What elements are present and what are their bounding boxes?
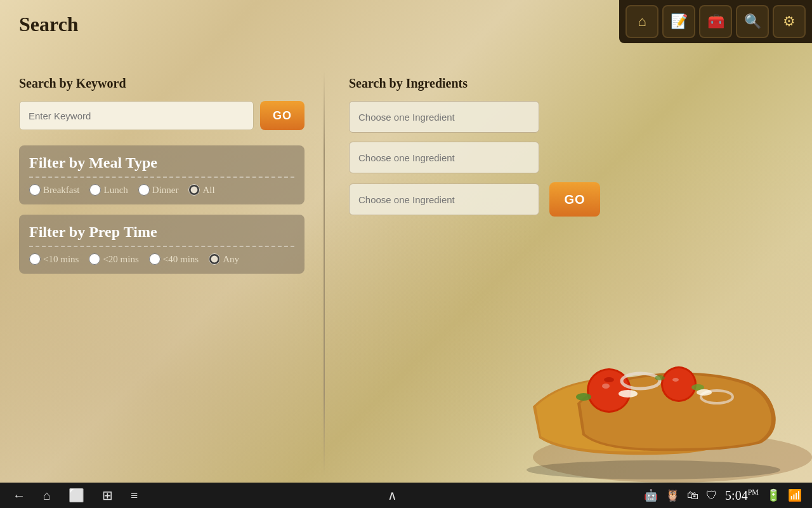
meal-type-lunch[interactable]: Lunch (89, 184, 128, 196)
keyword-section-title: Search by Keyword (19, 76, 304, 91)
status-bar-center: ∧ (385, 485, 400, 505)
radio-20mins[interactable] (89, 253, 100, 265)
radio-lunch[interactable] (89, 184, 101, 196)
meal-type-filter: Filter by Meal Type Breakfast Lunch Dinn… (19, 145, 304, 204)
window-button[interactable]: ⬜ (66, 485, 87, 505)
ingredient-row-1 (349, 101, 787, 133)
keyword-input[interactable] (19, 101, 254, 130)
top-navbar: ⌂ 📝 🧰 🔍 ⚙ (619, 0, 812, 43)
ingredient-row-3: GO (349, 182, 787, 217)
meal-type-dinner-label: Dinner (152, 185, 179, 196)
status-bar-right: 🤖 🦉 🛍 🛡 5:04PM 🔋 📶 (644, 488, 802, 503)
ingredient-input-1[interactable] (349, 101, 539, 133)
prep-time-any-label: Any (223, 254, 239, 265)
signal-icon: 📶 (788, 488, 802, 502)
time-display: 5:04PM (725, 488, 759, 503)
radio-10mins[interactable] (29, 253, 41, 265)
meal-type-breakfast-label: Breakfast (43, 185, 79, 196)
time-period: PM (748, 488, 759, 497)
content-area: Search by Keyword GO Filter by Meal Type… (0, 64, 812, 483)
radio-all[interactable] (188, 184, 200, 196)
up-button[interactable]: ∧ (385, 485, 400, 505)
shield-icon: 🛡 (706, 489, 717, 502)
radio-40mins[interactable] (149, 253, 160, 265)
page-title: Search (19, 13, 79, 36)
prep-time-40-label: <40 mins (163, 254, 199, 265)
android-icon: 🤖 (644, 488, 658, 502)
prep-time-20[interactable]: <20 mins (89, 253, 138, 265)
meal-type-radio-group: Breakfast Lunch Dinner All (29, 184, 294, 196)
ingredients-go-button[interactable]: GO (549, 182, 600, 217)
meal-type-all[interactable]: All (188, 184, 214, 196)
ingredient-input-2[interactable] (349, 142, 539, 173)
owl-icon: 🦉 (665, 488, 679, 502)
keyword-go-button[interactable]: GO (260, 101, 304, 130)
status-bar-left: ← ⌂ ⬜ ⊞ ≡ (10, 485, 140, 505)
radio-breakfast[interactable] (29, 184, 41, 196)
status-bar: ← ⌂ ⬜ ⊞ ≡ ∧ 🤖 🦉 🛍 🛡 5:04PM 🔋 📶 (0, 483, 812, 508)
nav-search-button[interactable]: 🔍 (736, 5, 769, 38)
prep-time-radio-group: <10 mins <20 mins <40 mins Any (29, 253, 294, 265)
battery-icon: 🔋 (766, 488, 780, 502)
menu-button[interactable]: ≡ (128, 486, 140, 505)
back-button[interactable]: ← (10, 486, 28, 505)
prep-time-filter: Filter by Prep Time <10 mins <20 mins <4… (19, 215, 304, 274)
grid-button[interactable]: ⊞ (100, 485, 115, 505)
radio-dinner[interactable] (138, 184, 150, 196)
prep-time-any[interactable]: Any (209, 253, 239, 265)
prep-time-20-label: <20 mins (103, 254, 138, 265)
meal-type-dinner[interactable]: Dinner (138, 184, 179, 196)
bag-icon: 🛍 (687, 489, 698, 502)
left-panel: Search by Keyword GO Filter by Meal Type… (0, 64, 324, 483)
prep-time-10[interactable]: <10 mins (29, 253, 79, 265)
nav-list-button[interactable]: 📝 (662, 5, 695, 38)
home-button[interactable]: ⌂ (41, 486, 53, 505)
prep-time-10-label: <10 mins (43, 254, 79, 265)
right-panel: Search by Ingredients GO (324, 64, 812, 483)
nav-settings-button[interactable]: ⚙ (773, 5, 806, 38)
prep-time-filter-title: Filter by Prep Time (29, 224, 294, 247)
radio-any[interactable] (209, 253, 220, 265)
keyword-row: GO (19, 101, 304, 130)
ingredient-row-2 (349, 142, 787, 173)
nav-home-button[interactable]: ⌂ (625, 5, 658, 38)
meal-type-all-label: All (202, 185, 214, 196)
nav-tools-button[interactable]: 🧰 (699, 5, 732, 38)
meal-type-breakfast[interactable]: Breakfast (29, 184, 79, 196)
meal-type-filter-title: Filter by Meal Type (29, 154, 294, 178)
meal-type-lunch-label: Lunch (103, 185, 128, 196)
ingredient-input-3[interactable] (349, 184, 539, 215)
prep-time-40[interactable]: <40 mins (149, 253, 199, 265)
ingredients-section-title: Search by Ingredients (349, 76, 787, 91)
